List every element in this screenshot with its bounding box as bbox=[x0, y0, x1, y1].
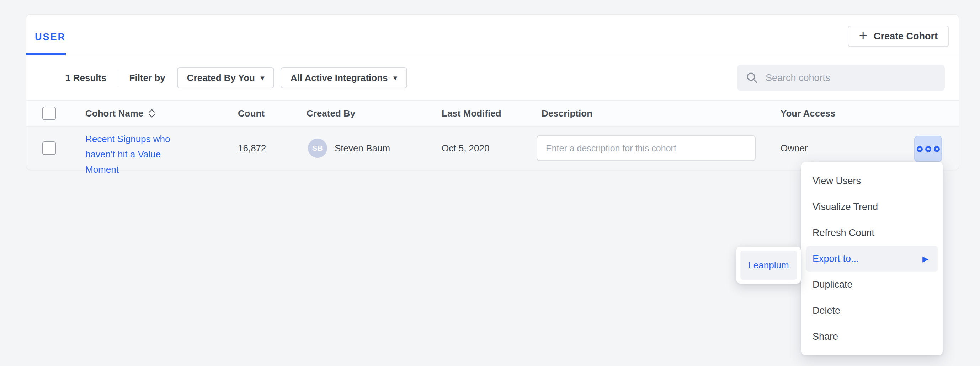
column-header-last-modified[interactable]: Last Modified bbox=[442, 108, 501, 119]
access-value: Owner bbox=[781, 143, 808, 154]
column-header-your-access[interactable]: Your Access bbox=[781, 108, 836, 119]
row-actions-menu: View Users Visualize Trend Refresh Count… bbox=[802, 162, 943, 355]
row-checkbox[interactable] bbox=[42, 141, 56, 155]
chevron-down-icon: ▾ bbox=[394, 74, 397, 81]
create-cohort-label: Create Cohort bbox=[874, 31, 938, 42]
avatar: SB bbox=[308, 139, 327, 158]
kebab-dot-icon bbox=[925, 146, 931, 152]
created-by-dropdown[interactable]: Created By You ▾ bbox=[177, 67, 274, 89]
menu-item-visualize-trend[interactable]: Visualize Trend bbox=[802, 194, 943, 220]
filter-bar: 1 Results Filter by Created By You ▾ All… bbox=[26, 55, 959, 100]
menu-item-duplicate[interactable]: Duplicate bbox=[802, 272, 943, 298]
last-modified-date: Oct 5, 2020 bbox=[442, 143, 489, 154]
search-icon bbox=[746, 71, 759, 84]
description-cell bbox=[536, 135, 756, 161]
column-header-cohort-name[interactable]: Cohort Name bbox=[85, 108, 156, 119]
row-actions-kebab-button[interactable] bbox=[914, 136, 942, 162]
search-input[interactable] bbox=[765, 73, 936, 84]
column-header-count[interactable]: Count bbox=[238, 108, 264, 119]
kebab-dot-icon bbox=[917, 146, 923, 152]
menu-item-share[interactable]: Share bbox=[802, 324, 943, 350]
menu-item-refresh-count[interactable]: Refresh Count bbox=[802, 220, 943, 246]
search-box bbox=[737, 65, 945, 91]
integrations-dropdown[interactable]: All Active Integrations ▾ bbox=[280, 67, 407, 89]
export-to-label: Export to... bbox=[813, 254, 859, 265]
active-tab-underline bbox=[26, 53, 66, 55]
divider bbox=[118, 68, 118, 87]
tab-bar: USER + Create Cohort bbox=[26, 14, 959, 55]
kebab-dot-icon bbox=[934, 146, 940, 152]
table-header: Cohort Name Count Created By Last Modifi… bbox=[26, 100, 959, 127]
results-count: 1 Results bbox=[65, 73, 107, 84]
menu-item-export-to[interactable]: Export to... ▶ bbox=[807, 246, 938, 272]
creator-name: Steven Baum bbox=[335, 143, 390, 154]
menu-item-delete[interactable]: Delete bbox=[802, 298, 943, 324]
filter-by-label: Filter by bbox=[129, 73, 165, 84]
chevron-down-icon: ▾ bbox=[261, 74, 264, 81]
column-header-description[interactable]: Description bbox=[542, 108, 592, 119]
create-cohort-button[interactable]: + Create Cohort bbox=[848, 25, 949, 47]
select-all-checkbox[interactable] bbox=[42, 106, 56, 120]
sort-icon[interactable] bbox=[148, 108, 156, 119]
column-header-created-by[interactable]: Created By bbox=[307, 108, 355, 119]
cohort-count: 16,872 bbox=[238, 143, 266, 154]
export-submenu: Leanplum bbox=[737, 247, 801, 284]
created-by-dropdown-label: Created By You bbox=[187, 73, 255, 84]
tab-user[interactable]: USER bbox=[35, 32, 66, 43]
submenu-arrow-icon: ▶ bbox=[923, 255, 928, 263]
description-input[interactable] bbox=[536, 135, 756, 161]
cohorts-panel: USER + Create Cohort 1 Results Filter by… bbox=[26, 14, 959, 170]
submenu-item-leanplum[interactable]: Leanplum bbox=[740, 250, 797, 280]
cohort-name-link[interactable]: Recent Signups who haven’t hit a Value M… bbox=[85, 132, 177, 177]
created-by-cell: SB Steven Baum bbox=[308, 139, 390, 158]
plus-icon: + bbox=[859, 29, 867, 43]
integrations-dropdown-label: All Active Integrations bbox=[291, 73, 388, 84]
menu-item-view-users[interactable]: View Users bbox=[802, 168, 943, 194]
